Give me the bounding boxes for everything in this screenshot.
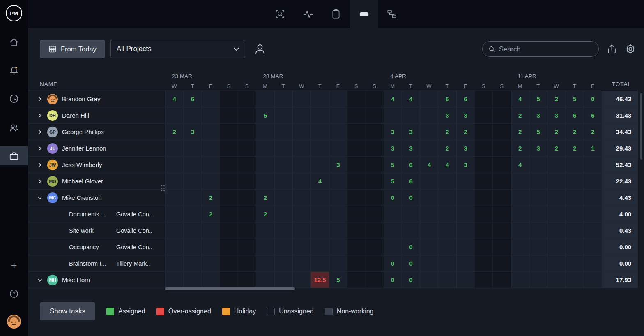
day-cell[interactable] [492, 157, 511, 173]
day-cell[interactable]: 2 [256, 190, 274, 206]
day-cell[interactable]: 1 [584, 140, 602, 156]
day-cell[interactable] [566, 272, 584, 288]
day-cell[interactable] [329, 173, 347, 189]
chevron-right-icon[interactable] [37, 130, 42, 134]
day-cell[interactable]: 3 [456, 140, 474, 156]
day-cell[interactable] [292, 140, 310, 156]
day-cell[interactable] [492, 255, 511, 271]
day-cell[interactable] [256, 255, 274, 271]
day-cell[interactable] [220, 272, 238, 288]
day-cell[interactable] [456, 239, 474, 255]
grid-row[interactable]: GPGeorge Phillips2333222522234.43 [28, 124, 638, 140]
day-cell[interactable] [566, 157, 584, 173]
day-cell[interactable] [238, 107, 256, 123]
day-cell[interactable]: 2 [165, 124, 183, 140]
day-cell[interactable] [183, 255, 201, 271]
tab-clipboard[interactable] [322, 0, 350, 28]
day-cell[interactable] [438, 190, 456, 206]
day-cell[interactable] [365, 107, 383, 123]
day-cell[interactable] [511, 255, 529, 271]
day-cell[interactable] [365, 157, 383, 173]
day-cell[interactable]: 2 [511, 140, 529, 156]
day-cell[interactable] [202, 173, 220, 189]
day-cell[interactable] [292, 206, 310, 222]
day-cell[interactable] [256, 91, 274, 107]
day-cell[interactable] [529, 206, 547, 222]
day-cell[interactable] [310, 222, 329, 239]
day-cell[interactable] [584, 190, 602, 206]
day-cell[interactable]: 3 [456, 107, 474, 123]
day-cell[interactable] [365, 190, 383, 206]
day-cell[interactable]: 4 [438, 157, 456, 173]
day-cell[interactable]: 6 [566, 107, 584, 123]
day-cell[interactable] [529, 255, 547, 271]
day-cell[interactable] [238, 157, 256, 173]
day-cell[interactable] [584, 272, 602, 288]
day-cell[interactable] [584, 157, 602, 173]
day-cell[interactable]: 3 [402, 140, 420, 156]
day-cell[interactable] [420, 107, 438, 123]
day-cell[interactable]: 12.5 [310, 272, 329, 288]
day-cell[interactable] [256, 239, 274, 255]
sidebar-item-team[interactable] [0, 118, 28, 137]
day-cell[interactable] [492, 190, 511, 206]
day-cell[interactable] [438, 239, 456, 255]
day-cell[interactable] [329, 255, 347, 271]
day-cell[interactable] [347, 206, 365, 222]
day-cell[interactable] [292, 91, 310, 107]
day-cell[interactable] [584, 239, 602, 255]
day-cell[interactable] [165, 157, 183, 173]
day-cell[interactable]: 6 [402, 157, 420, 173]
day-cell[interactable]: 5 [329, 272, 347, 288]
day-cell[interactable] [220, 239, 238, 255]
day-cell[interactable]: 3 [384, 140, 402, 156]
grid-row[interactable]: DHDaren Hill5332336631.43 [28, 107, 638, 124]
day-cell[interactable]: 3 [529, 107, 547, 123]
day-cell[interactable] [438, 272, 456, 288]
day-cell[interactable] [420, 222, 438, 239]
day-cell[interactable] [274, 222, 292, 239]
grid-row[interactable]: Brandon Gray4644664525046.43 [28, 91, 638, 107]
day-cell[interactable] [347, 255, 365, 271]
day-cell[interactable]: 3 [183, 124, 201, 140]
day-cell[interactable] [292, 190, 310, 206]
day-cell[interactable]: 2 [547, 91, 565, 107]
day-cell[interactable] [511, 173, 529, 189]
day-cell[interactable]: 5 [529, 91, 547, 107]
day-cell[interactable] [329, 190, 347, 206]
from-today-button[interactable]: From Today [40, 40, 105, 58]
chevron-down-icon[interactable] [37, 278, 42, 283]
day-cell[interactable] [329, 206, 347, 222]
day-cell[interactable]: 2 [547, 140, 565, 156]
day-cell[interactable] [566, 222, 584, 239]
day-cell[interactable] [420, 239, 438, 255]
projects-dropdown[interactable]: All Projects [110, 40, 245, 58]
day-cell[interactable] [165, 190, 183, 206]
day-cell[interactable] [292, 272, 310, 288]
day-cell[interactable] [402, 107, 420, 123]
day-cell[interactable] [584, 173, 602, 189]
day-cell[interactable] [347, 272, 365, 288]
day-cell[interactable] [220, 222, 238, 239]
day-cell[interactable] [310, 140, 329, 156]
day-cell[interactable] [474, 91, 492, 107]
day-cell[interactable]: 3 [438, 107, 456, 123]
day-cell[interactable]: 6 [183, 91, 201, 107]
day-cell[interactable]: 6 [584, 107, 602, 123]
day-cell[interactable] [420, 206, 438, 222]
day-cell[interactable]: 6 [456, 91, 474, 107]
day-cell[interactable] [202, 255, 220, 271]
day-cell[interactable] [584, 255, 602, 271]
day-cell[interactable] [329, 140, 347, 156]
day-cell[interactable] [402, 206, 420, 222]
day-cell[interactable] [547, 157, 565, 173]
day-cell[interactable] [220, 190, 238, 206]
day-cell[interactable] [365, 124, 383, 140]
search-box[interactable] [482, 41, 599, 57]
sidebar-item-home[interactable] [0, 33, 28, 52]
day-cell[interactable] [256, 173, 274, 189]
day-cell[interactable] [492, 173, 511, 189]
day-cell[interactable]: 2 [202, 190, 220, 206]
day-cell[interactable] [274, 190, 292, 206]
day-cell[interactable]: 4 [310, 173, 329, 189]
